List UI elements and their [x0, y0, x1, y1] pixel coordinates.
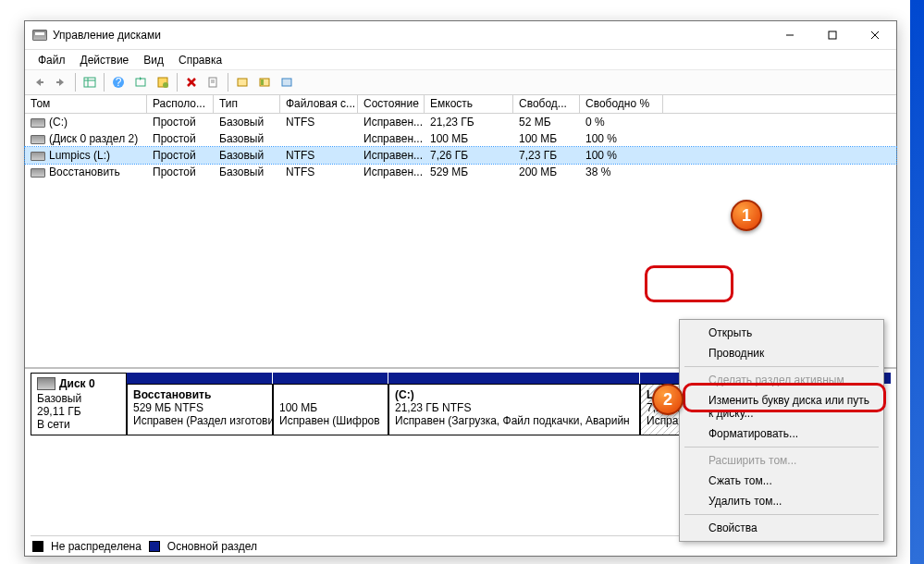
properties-icon[interactable]	[203, 72, 224, 92]
highlight-partition	[645, 265, 733, 302]
maximize-button[interactable]	[811, 21, 854, 49]
col-layout[interactable]: Располо...	[147, 95, 214, 113]
highlight-menuitem	[683, 383, 886, 412]
ctx-format[interactable]: Форматировать...	[683, 423, 881, 444]
menu-view[interactable]: Вид	[136, 52, 171, 68]
tool-icon-1[interactable]	[232, 72, 253, 92]
drive-icon	[31, 135, 45, 144]
marker-2: 2	[652, 384, 684, 415]
context-menu: Открыть Проводник Сделать раздел активны…	[679, 319, 884, 542]
titlebar: Управление дисками	[25, 21, 896, 49]
close-button[interactable]	[854, 21, 896, 49]
svg-rect-11	[136, 79, 145, 86]
back-button[interactable]	[29, 72, 49, 92]
svg-text:?: ?	[116, 76, 122, 89]
column-headers: Том Располо... Тип Файловая с... Состоян…	[25, 95, 896, 114]
partition-Восстановить[interactable]: Восстановить529 МБ NTFSИсправен (Раздел …	[127, 384, 273, 435]
partition-unnamed[interactable]: 100 МБИсправен (Шифров	[273, 384, 388, 435]
disk-icon	[37, 377, 55, 390]
tool-icon-3[interactable]	[277, 72, 297, 92]
app-icon	[32, 30, 47, 41]
disk-type: Базовый	[37, 392, 120, 405]
col-capacity[interactable]: Емкость	[425, 95, 513, 113]
svg-rect-6	[84, 78, 95, 87]
menu-file[interactable]: Файл	[31, 52, 73, 68]
table-view-icon[interactable]	[80, 72, 100, 92]
volume-list: (C:)ПростойБазовыйNTFSИсправен...21,23 Г…	[25, 114, 896, 180]
marker-1: 1	[731, 200, 762, 231]
volume-row[interactable]: Lumpics (L:)ПростойБазовыйNTFSИсправен..…	[25, 147, 896, 164]
refresh-icon[interactable]	[130, 72, 151, 92]
col-status[interactable]: Состояние	[358, 95, 425, 113]
col-freepct[interactable]: Свободно %	[580, 95, 663, 113]
drive-icon	[31, 118, 45, 128]
disk-label: Диск 0	[59, 377, 95, 390]
partition-(C:)[interactable]: (C:)21,23 ГБ NTFSИсправен (Загрузка, Фай…	[388, 384, 640, 435]
col-free[interactable]: Свобод...	[513, 95, 580, 113]
forward-button[interactable]	[51, 72, 71, 92]
ctx-open[interactable]: Открыть	[683, 323, 881, 343]
volume-row[interactable]: (C:)ПростойБазовыйNTFSИсправен...21,23 Г…	[25, 114, 896, 130]
svg-rect-19	[238, 79, 247, 86]
menu-action[interactable]: Действие	[73, 52, 137, 68]
legend-primary-label: Основной раздел	[167, 540, 257, 553]
svg-rect-21	[261, 80, 264, 85]
menubar: Файл Действие Вид Справка	[25, 49, 896, 69]
col-fs[interactable]: Файловая с...	[280, 95, 358, 113]
minimize-button[interactable]	[769, 21, 811, 49]
legend-primary-icon	[149, 541, 160, 552]
menu-help[interactable]: Справка	[171, 52, 229, 68]
svg-rect-22	[282, 79, 291, 86]
settings-icon[interactable]	[153, 72, 173, 92]
ctx-shrink[interactable]: Сжать том...	[683, 471, 881, 491]
legend-unallocated-icon	[32, 541, 43, 552]
delete-icon[interactable]	[181, 72, 202, 92]
ctx-extend: Расширить том...	[683, 450, 881, 471]
volume-row[interactable]: (Диск 0 раздел 2)ПростойБазовыйИсправен.…	[25, 130, 896, 147]
ctx-explorer[interactable]: Проводник	[683, 343, 881, 363]
ctx-props[interactable]: Свойства	[683, 518, 881, 538]
disk-header[interactable]: Диск 0 Базовый 29,11 ГБ В сети	[31, 373, 127, 435]
disk-status: В сети	[37, 418, 120, 431]
toolbar: ?	[25, 69, 896, 95]
col-volume[interactable]: Том	[25, 95, 147, 113]
ctx-delete[interactable]: Удалить том...	[683, 491, 881, 511]
disk-size: 29,11 ГБ	[37, 405, 120, 418]
drive-icon	[31, 168, 45, 178]
col-type[interactable]: Тип	[214, 95, 280, 113]
help-icon[interactable]: ?	[108, 72, 129, 92]
window-title: Управление дисками	[53, 29, 161, 42]
drive-icon	[31, 152, 45, 161]
tool-icon-2[interactable]	[254, 72, 275, 92]
volume-row[interactable]: ВосстановитьПростойБазовыйNTFSИсправен..…	[25, 164, 896, 180]
svg-point-13	[163, 82, 168, 88]
legend-unallocated-label: Не распределена	[51, 540, 142, 553]
svg-rect-1	[829, 31, 836, 39]
